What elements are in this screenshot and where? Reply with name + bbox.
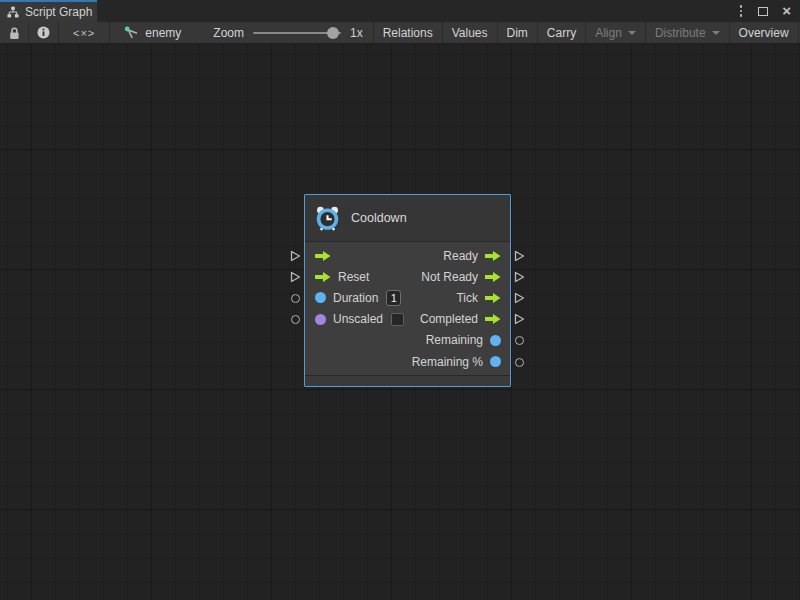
socket-value-output-remaining[interactable] <box>515 336 524 345</box>
lock-button[interactable] <box>0 22 29 43</box>
script-graph-icon <box>7 6 19 18</box>
zoom-control: Zoom 1x <box>191 22 372 43</box>
overview-button[interactable]: Overview <box>730 22 799 43</box>
cooldown-node[interactable]: Cooldown Reset Duration <box>304 194 511 387</box>
flow-arrow-icon <box>485 313 501 325</box>
flow-arrow-icon <box>485 250 501 262</box>
zoom-slider[interactable] <box>253 32 341 34</box>
socket-flow-output-completed[interactable] <box>514 313 525 325</box>
socket-value-input-duration[interactable] <box>291 294 300 303</box>
port-remaining[interactable]: Remaining <box>323 330 501 351</box>
flow-arrow-icon <box>485 292 501 304</box>
zoom-slider-handle[interactable] <box>327 27 339 39</box>
value-port-icon <box>490 356 501 367</box>
breadcrumb[interactable]: enemy <box>110 22 191 43</box>
value-port-icon <box>490 335 501 346</box>
zoom-label: Zoom <box>213 26 244 40</box>
close-icon[interactable]: × <box>782 6 791 16</box>
flow-arrow-icon <box>485 271 501 283</box>
tab-strip: Script Graph × <box>0 0 800 22</box>
relations-button[interactable]: Relations <box>373 22 443 43</box>
cooldown-node-header[interactable]: Cooldown <box>305 195 510 242</box>
window-menu-icon[interactable] <box>738 3 745 19</box>
info-button[interactable] <box>29 22 59 43</box>
socket-flow-input-reset[interactable] <box>290 271 301 283</box>
maximize-icon[interactable] <box>758 7 768 16</box>
align-dropdown[interactable]: Align <box>586 22 646 43</box>
port-tick[interactable]: Tick <box>323 287 501 308</box>
node-body: Reset Duration 1 Unscaled <box>305 242 510 245</box>
graph-canvas[interactable]: Cooldown Reset Duration <box>0 44 800 600</box>
graph-pointer-icon <box>124 26 139 40</box>
breadcrumb-label: enemy <box>145 26 181 40</box>
info-icon <box>37 26 50 39</box>
chevron-down-icon <box>712 31 720 35</box>
graph-toolbar: <×> enemy Zoom 1x Relations Values Dim C… <box>0 22 800 44</box>
socket-flow-output-tick[interactable] <box>514 292 525 304</box>
port-completed[interactable]: Completed <box>323 309 501 330</box>
dim-button[interactable]: Dim <box>498 22 538 43</box>
window-controls: × <box>738 0 800 22</box>
lock-icon <box>8 26 20 40</box>
socket-flow-output-ready[interactable] <box>514 250 525 262</box>
distribute-dropdown[interactable]: Distribute <box>646 22 730 43</box>
port-not-ready[interactable]: Not Ready <box>323 266 501 287</box>
socket-flow-output-not-ready[interactable] <box>514 271 525 283</box>
socket-flow-input-enter[interactable] <box>290 250 301 262</box>
carry-button[interactable]: Carry <box>538 22 586 43</box>
tab-title: Script Graph <box>25 5 92 19</box>
node-footer <box>305 375 510 386</box>
values-button[interactable]: Values <box>443 22 498 43</box>
ports-toggle-button[interactable]: <×> <box>59 22 110 43</box>
zoom-value: 1x <box>350 26 363 40</box>
output-ports: Ready Not Ready Tick Completed <box>323 245 501 372</box>
socket-value-input-unscaled[interactable] <box>291 315 300 324</box>
alarm-clock-icon <box>314 205 341 232</box>
script-graph-window: Script Graph × <×> <box>0 0 800 600</box>
port-remaining-pct[interactable]: Remaining % <box>323 351 501 372</box>
node-title: Cooldown <box>351 211 407 225</box>
port-ready[interactable]: Ready <box>323 245 501 266</box>
chevron-down-icon <box>628 31 636 35</box>
angle-brackets-x-icon: <×> <box>73 27 95 39</box>
tab-script-graph[interactable]: Script Graph <box>0 0 97 22</box>
socket-value-output-remaining-pct[interactable] <box>515 358 524 367</box>
